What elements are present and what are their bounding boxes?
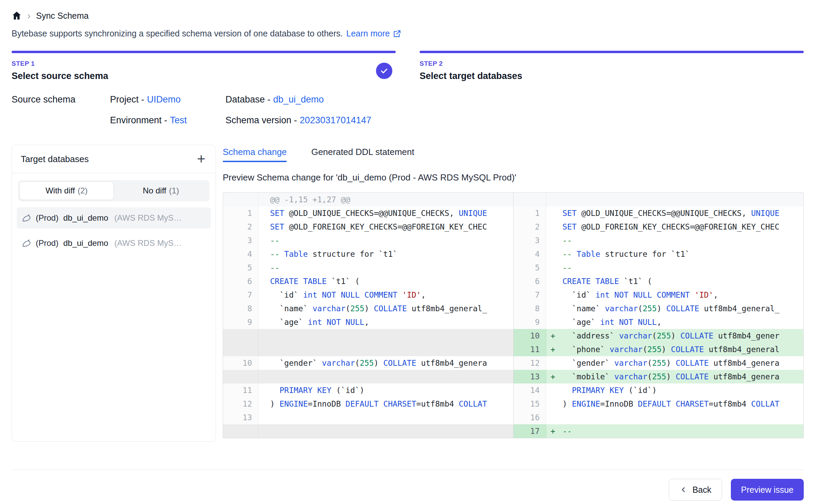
step-2-title: Select target databases: [420, 71, 522, 81]
mysql-icon: [21, 213, 32, 223]
diff-row: 11 PRIMARY KEY (`id`): [223, 383, 513, 397]
learn-more-label: Learn more: [346, 29, 390, 38]
footer-actions: Back Preview issue: [12, 470, 804, 501]
tab-no-diff[interactable]: No diff(1): [114, 182, 208, 200]
diff-row: 3--: [514, 234, 804, 247]
diff-row: 9 `age` int NOT NULL,: [514, 315, 804, 329]
environment-link[interactable]: Test: [170, 115, 187, 125]
chevron-left-icon: [679, 486, 688, 494]
schema-version-link[interactable]: 20230317014147: [300, 115, 371, 125]
diff-row: 9 `age` int NOT NULL,: [223, 315, 513, 329]
step-2-progress-bar: [420, 51, 804, 53]
step-1: STEP 1 Select source schema: [12, 51, 396, 81]
diff-row: @@ -1,15 +1,27 @@: [223, 193, 513, 206]
check-icon: [380, 66, 389, 75]
diff-row: 5--: [514, 261, 804, 274]
tab-with-diff-label: With diff: [46, 186, 75, 195]
tab-no-diff-count: (1): [169, 186, 179, 195]
database-item[interactable]: (Prod) db_ui_demo (AWS RDS MyS…: [17, 207, 211, 229]
tab-generated-ddl[interactable]: Generated DDL statement: [311, 147, 414, 162]
source-database: Database -db_ui_demo: [225, 94, 804, 105]
learn-more-link[interactable]: Learn more: [346, 29, 402, 38]
database-instance: (AWS RDS MyS…: [114, 213, 182, 223]
tab-with-diff[interactable]: With diff(2): [19, 182, 114, 200]
page-title: Sync Schema: [36, 11, 89, 21]
target-databases-title: Target databases: [21, 154, 89, 164]
database-environment: (Prod): [36, 213, 59, 223]
database-name: db_ui_demo: [63, 238, 108, 248]
project-link[interactable]: UIDemo: [147, 94, 181, 105]
diff-row: 12) ENGINE=InnoDB DEFAULT CHARSET=utf8mb…: [223, 397, 513, 411]
step-complete-badge: [376, 63, 392, 79]
step-1-progress-bar: [12, 51, 396, 53]
diff-row: 15) ENGINE=InnoDB DEFAULT CHARSET=utf8mb…: [514, 397, 804, 411]
database-label: Database -: [225, 94, 270, 105]
tab-with-diff-count: (2): [78, 186, 88, 195]
diff-row: 4-- Table structure for `t1`: [514, 247, 804, 261]
diff-row: 13: [223, 411, 513, 424]
diff-row: 2SET @OLD_FOREIGN_KEY_CHECKS=@@FOREIGN_K…: [223, 220, 513, 234]
back-button-label: Back: [692, 485, 711, 495]
diff-row: 8 `name` varchar(255) COLLATE utf8mb4_ge…: [514, 302, 804, 315]
stepper: STEP 1 Select source schema STEP 2 Selec…: [12, 51, 804, 81]
source-schema-section: Source schema Project -UIDemo Database -…: [12, 94, 804, 126]
diff-row: [223, 329, 513, 343]
schema-version-label: Schema version -: [225, 115, 297, 125]
database-list: (Prod) db_ui_demo (AWS RDS MyS… (Prod) d…: [12, 206, 216, 255]
diff-viewer: @@ -1,15 +1,27 @@1SET @OLD_UNIQUE_CHECKS…: [223, 192, 804, 438]
diff-row: 4-- Table structure for `t1`: [223, 247, 513, 261]
diff-row: 8 `name` varchar(255) COLLATE utf8mb4_ge…: [223, 302, 513, 315]
diff-row: 2SET @OLD_FOREIGN_KEY_CHECKS=@@FOREIGN_K…: [514, 220, 804, 234]
diff-pane-left[interactable]: @@ -1,15 +1,27 @@1SET @OLD_UNIQUE_CHECKS…: [223, 193, 514, 438]
database-link[interactable]: db_ui_demo: [273, 94, 324, 105]
step-2-label: STEP 2: [420, 60, 522, 67]
diff-pane-right[interactable]: 1SET @OLD_UNIQUE_CHECKS=@@UNIQUE_CHECKS,…: [514, 193, 804, 438]
diff-row: 1SET @OLD_UNIQUE_CHECKS=@@UNIQUE_CHECKS,…: [514, 206, 804, 220]
tab-no-diff-label: No diff: [143, 186, 166, 195]
database-name: db_ui_demo: [63, 213, 108, 223]
database-instance: (AWS RDS MyS…: [114, 238, 182, 248]
preview-tabs: Schema change Generated DDL statement: [223, 147, 804, 162]
diff-row: [223, 343, 513, 356]
project-label: Project -: [110, 94, 144, 105]
database-item[interactable]: (Prod) db_ui_demo (AWS RDS MyS…: [17, 233, 211, 254]
diff-row: 12 `gender` varchar(255) COLLATE utf8mb4…: [514, 356, 804, 370]
step-1-label: STEP 1: [12, 60, 108, 67]
breadcrumb-separator-icon: ›: [27, 11, 31, 21]
mysql-icon: [21, 238, 32, 248]
diff-row: 6CREATE TABLE `t1` (: [223, 274, 513, 288]
schema-preview-panel: Schema change Generated DDL statement Pr…: [223, 145, 804, 438]
diff-row: 16: [514, 411, 804, 424]
tab-schema-change[interactable]: Schema change: [223, 147, 287, 162]
environment-label: Environment -: [110, 115, 167, 125]
sync-schema-page: › Sync Schema Bytebase supports synchron…: [0, 0, 816, 501]
back-button[interactable]: Back: [669, 479, 722, 501]
diff-row: [514, 193, 804, 206]
preview-title: Preview Schema change for 'db_ui_demo (P…: [223, 172, 804, 183]
source-schema-label: Source schema: [12, 94, 110, 105]
preview-issue-button[interactable]: Preview issue: [731, 479, 804, 501]
diff-row: 1SET @OLD_UNIQUE_CHECKS=@@UNIQUE_CHECKS,…: [223, 206, 513, 220]
target-databases-panel: Target databases + With diff(2) No diff(…: [12, 145, 216, 442]
diff-row: 6CREATE TABLE `t1` (: [514, 274, 804, 288]
database-environment: (Prod): [36, 238, 59, 248]
home-icon[interactable]: [12, 11, 22, 21]
diff-row: 7 `id` int NOT NULL COMMENT 'ID',: [223, 288, 513, 302]
diff-row: [223, 370, 513, 383]
source-schema-version: Schema version -20230317014147: [225, 115, 804, 126]
diff-row: 3--: [223, 234, 513, 247]
diff-row: 5--: [223, 261, 513, 274]
page-description: Bytebase supports synchronizing a specif…: [12, 29, 804, 38]
diff-row: 14 PRIMARY KEY (`id`): [514, 383, 804, 397]
source-environment: Environment -Test: [110, 115, 225, 126]
diff-filter-tabs: With diff(2) No diff(1): [18, 180, 209, 201]
description-text: Bytebase supports synchronizing a specif…: [12, 29, 343, 38]
main-content: Target databases + With diff(2) No diff(…: [12, 145, 804, 442]
diff-row: 11+ `phone` varchar(255) COLLATE utf8mb4…: [514, 343, 804, 356]
external-link-icon: [393, 29, 402, 38]
step-2: STEP 2 Select target databases: [420, 51, 804, 81]
add-target-database-button[interactable]: +: [195, 152, 207, 166]
diff-row: 7 `id` int NOT NULL COMMENT 'ID',: [514, 288, 804, 302]
step-1-title: Select source schema: [12, 71, 108, 81]
source-project: Project -UIDemo: [110, 94, 225, 105]
